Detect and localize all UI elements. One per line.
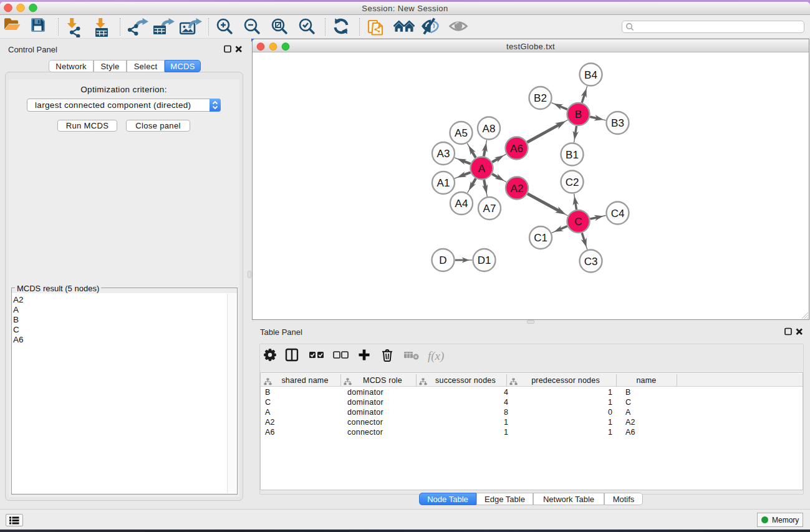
svg-text:B1: B1: [566, 149, 579, 161]
svg-text:D1: D1: [478, 254, 491, 266]
svg-text:B: B: [575, 109, 582, 120]
svg-text:C3: C3: [584, 256, 598, 268]
svg-text:A8: A8: [483, 123, 496, 135]
svg-text:B2: B2: [534, 92, 547, 104]
svg-text:C2: C2: [566, 177, 579, 188]
svg-text:A6: A6: [510, 143, 523, 155]
svg-text:D: D: [439, 254, 446, 266]
svg-text:A: A: [478, 163, 486, 175]
svg-text:A1: A1: [437, 177, 450, 189]
svg-text:C4: C4: [611, 208, 625, 220]
svg-text:A7: A7: [483, 203, 496, 215]
svg-text:A2: A2: [511, 183, 524, 195]
svg-text:A4: A4: [455, 198, 468, 210]
svg-text:A3: A3: [437, 148, 450, 160]
svg-text:B3: B3: [611, 117, 624, 129]
svg-text:B4: B4: [584, 69, 597, 81]
svg-text:A5: A5: [455, 127, 468, 139]
svg-text:C1: C1: [534, 232, 547, 244]
svg-text:C: C: [574, 216, 582, 228]
